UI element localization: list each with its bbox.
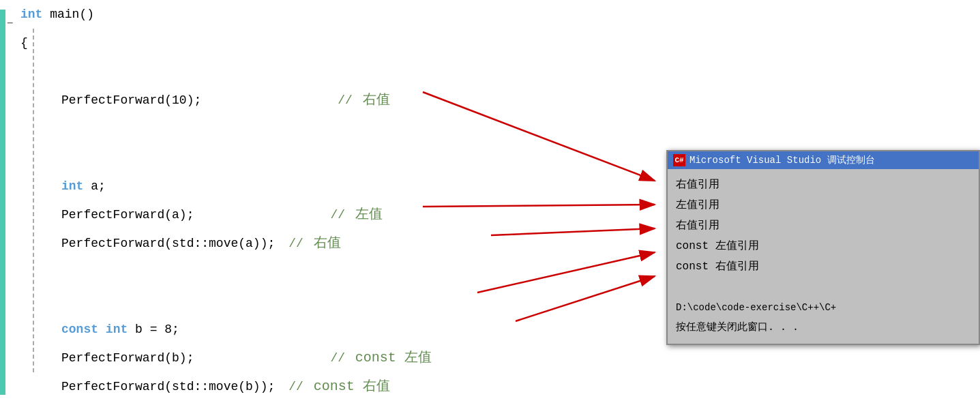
console-press: 按任意键关闭此窗口. . . [676, 318, 970, 338]
main-parens: main() [42, 0, 94, 29]
line-int-a: int a; [20, 172, 675, 200]
console-line-3: 右值引用 [676, 215, 970, 236]
pfmovea-code: PerfectForward(std::move(a)); [61, 229, 275, 258]
console-titlebar: C# Microsoft Visual Studio 调试控制台 [668, 151, 979, 169]
console-line-4: const 左值引用 [676, 236, 970, 256]
var-a: a; [83, 172, 105, 200]
pf10-code: PerfectForward(10); [61, 86, 201, 115]
var-b: b = 8; [128, 315, 179, 344]
line-main: int main() [20, 0, 675, 29]
console-title: Microsoft Visual Studio 调试控制台 [689, 154, 875, 166]
console-popup: C# Microsoft Visual Studio 调试控制台 右值引用 左值… [666, 150, 980, 345]
console-body: 右值引用 左值引用 右值引用 const 左值引用 const 右值引用 D:\… [668, 169, 979, 344]
kw-const: const [61, 315, 98, 344]
kw-int-a: int [61, 172, 83, 200]
pfb-comment: // const 左值 [330, 344, 431, 372]
kw-int-main: int [20, 0, 42, 29]
space1 [98, 315, 106, 344]
line-empty5 [20, 286, 675, 315]
pfa-code: PerfectForward(a); [61, 200, 194, 229]
line-empty2 [20, 115, 675, 143]
console-line-1: 右值引用 [676, 175, 970, 195]
pfmoveb-comment: // const 右值 [288, 372, 389, 401]
code-editor: − int main() { PerfectForward(10); // 右值… [0, 0, 682, 403]
brace-open: { [20, 29, 28, 57]
console-line-2: 左值引用 [676, 195, 970, 215]
console-path: D:\code\code-exercise\C++\C+ [676, 297, 970, 318]
line-const-b: const int b = 8; [20, 315, 675, 344]
code-lines-container: int main() { PerfectForward(10); // 右值 i… [20, 0, 675, 403]
line-pfmoveb: PerfectForward(std::move(b)); // const 右… [20, 372, 675, 401]
line-pf10: PerfectForward(10); // 右值 [20, 86, 675, 115]
pf10-comment: // 右值 [338, 86, 389, 115]
console-line-empty [676, 277, 970, 297]
line-empty4 [20, 258, 675, 286]
code-indicator [0, 10, 5, 395]
line-pfb: PerfectForward(b); // const 左值 [20, 344, 675, 372]
collapse-icon[interactable]: − [7, 10, 14, 38]
pfmoveb-code: PerfectForward(std::move(b)); [61, 372, 275, 401]
console-line-5: const 右值引用 [676, 256, 970, 277]
kw-int-b: int [106, 315, 128, 344]
line-brace-open: { [20, 29, 675, 57]
line-pfa: PerfectForward(a); // 左值 [20, 200, 675, 229]
pfmovea-comment: // 右值 [288, 229, 340, 258]
console-app-icon: C# [673, 154, 685, 166]
line-empty3 [20, 143, 675, 172]
line-empty1 [20, 57, 675, 86]
pfa-comment: // 左值 [330, 200, 382, 229]
pfb-code: PerfectForward(b); [61, 344, 194, 372]
line-pfmovea: PerfectForward(std::move(a)); // 右值 [20, 229, 675, 258]
